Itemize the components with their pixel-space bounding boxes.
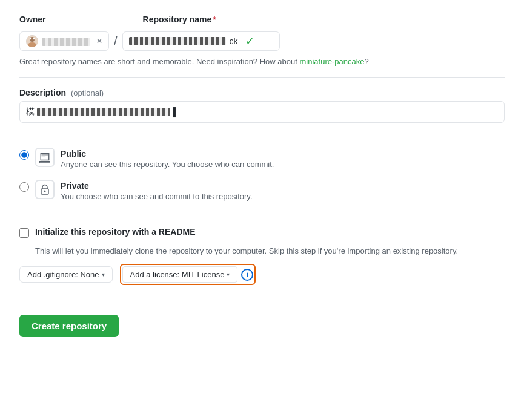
init-checkbox[interactable]	[19, 228, 29, 238]
owner-clear-icon[interactable]: ✕	[96, 37, 102, 45]
slash-divider: /	[114, 34, 118, 48]
owner-name	[42, 36, 90, 46]
repo-name-text	[129, 37, 226, 45]
license-info-icon[interactable]: i	[241, 269, 253, 281]
private-radio[interactable]	[19, 182, 29, 192]
license-select[interactable]: Add a license: MIT License ▾	[122, 266, 238, 283]
gitignore-select[interactable]: Add .gitignore: None ▾	[19, 266, 113, 283]
svg-rect-6	[41, 155, 48, 156]
license-label: Add a license: MIT License	[130, 270, 225, 279]
svg-point-9	[44, 190, 46, 192]
public-radio[interactable]	[19, 150, 29, 160]
suggestion-link[interactable]: miniature-pancake	[299, 57, 364, 66]
description-label: Description (optional)	[19, 88, 104, 97]
init-section: Initialize this repository with a README	[19, 227, 505, 238]
license-dropdown-icon: ▾	[227, 271, 230, 278]
description-optional: (optional)	[71, 88, 104, 97]
repo-name-valid-icon: ✓	[245, 34, 254, 48]
repo-name-label: Repository name*	[143, 15, 216, 24]
repo-name-hint: Great repository names are short and mem…	[19, 56, 505, 68]
divider-4	[19, 295, 505, 295]
create-repository-button[interactable]: Create repository	[19, 315, 119, 337]
description-input[interactable]: 模 ▌	[19, 101, 505, 123]
divider-3	[19, 217, 505, 217]
gitignore-dropdown-icon: ▾	[102, 271, 105, 278]
description-text-blur	[37, 108, 170, 116]
owner-select[interactable]: ✕	[19, 31, 109, 51]
divider-1	[19, 77, 505, 78]
license-btn-wrapper: Add a license: MIT License ▾ i	[120, 264, 256, 285]
private-icon	[35, 180, 55, 199]
svg-point-4	[33, 38, 35, 39]
private-option[interactable]: Private You choose who can see and commi…	[19, 175, 505, 207]
public-option[interactable]: Public Anyone can see this repository. Y…	[19, 143, 505, 175]
gitignore-label: Add .gitignore: None	[27, 270, 99, 279]
required-star: *	[213, 15, 216, 24]
divider-2	[19, 133, 505, 133]
svg-rect-5	[41, 154, 48, 154]
owner-label: Owner	[19, 15, 46, 24]
init-label: Initialize this repository with a README	[35, 227, 196, 237]
init-hint: This will let you immediately clone the …	[35, 245, 505, 257]
svg-point-2	[28, 42, 36, 47]
private-text: Private You choose who can see and commi…	[61, 181, 253, 201]
owner-avatar	[26, 35, 38, 47]
public-text: Public Anyone can see this repository. Y…	[61, 149, 274, 169]
svg-point-3	[30, 38, 31, 39]
repo-name-input[interactable]: ck ✓	[122, 31, 280, 51]
public-icon	[35, 148, 55, 167]
addons-row: Add .gitignore: None ▾ Add a license: MI…	[19, 264, 505, 285]
svg-rect-7	[41, 156, 45, 157]
